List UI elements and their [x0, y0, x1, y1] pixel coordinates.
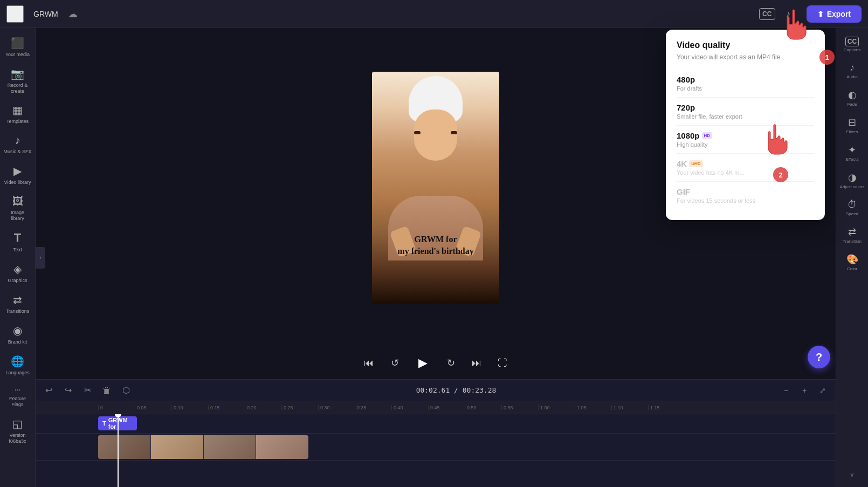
- skip-to-start-button[interactable]: ⏮: [360, 354, 377, 372]
- sidebar-item-speed[interactable]: ⏱ Speed: [836, 195, 868, 221]
- filters-icon: ⊟: [848, 116, 856, 128]
- effects-icon: ✦: [848, 144, 856, 156]
- forward-button[interactable]: ↻: [442, 354, 459, 372]
- filters-label: Filters: [846, 129, 858, 134]
- video-text-overlay: GRWM for my friend's birthday: [372, 234, 499, 258]
- sidebar-item-label: Record &create: [8, 83, 28, 94]
- cut-button[interactable]: ✂: [80, 383, 95, 398]
- sidebar-item-graphics[interactable]: ◈ Graphics: [2, 258, 34, 288]
- delete-button[interactable]: 🗑: [99, 383, 114, 398]
- project-title: GRWM: [33, 10, 58, 18]
- ruler-mark: 1:15: [648, 405, 685, 410]
- eye-left-decoration: [414, 131, 421, 134]
- play-button[interactable]: ▶: [412, 352, 433, 374]
- sidebar-item-image-library[interactable]: 🖼 Image library: [2, 191, 34, 226]
- sidebar-item-transitions[interactable]: ⇄ Transitions: [2, 289, 34, 319]
- timeline-tracks: T GRWM for: [36, 414, 836, 487]
- timeline-zoom: − + ⤢: [779, 383, 830, 398]
- graphics-icon: ◈: [13, 263, 22, 276]
- ruler-mark: 1:10: [611, 405, 648, 410]
- adjust-colors-label: Adjust colors: [840, 184, 865, 189]
- languages-icon: 🌐: [11, 355, 24, 368]
- export-button[interactable]: ⬆ Export: [807, 5, 862, 23]
- sidebar-item-fade[interactable]: ◐ Fade: [836, 85, 868, 111]
- quality-option-720p[interactable]: 720p Smaller file, faster export: [677, 98, 814, 126]
- sidebar-item-version[interactable]: ◱ Version f06ba3c: [2, 413, 34, 449]
- image-library-icon: 🖼: [12, 195, 23, 208]
- right-sidebar-collapse[interactable]: ∨: [850, 467, 855, 483]
- video-background: GRWM for my friend's birthday: [372, 72, 499, 304]
- topbar-right-icons: CC ♪: [759, 5, 797, 23]
- quality-popup-subtitle: Your video will export as an MP4 file: [677, 53, 814, 61]
- video-clip[interactable]: [98, 435, 308, 459]
- sidebar-item-music-sfx[interactable]: ♪ Music & SFX: [2, 130, 34, 159]
- color-icon: 🎨: [846, 253, 858, 265]
- sidebar-item-feature-flags[interactable]: ··· Feature Flags: [2, 381, 34, 412]
- sidebar-item-color[interactable]: 🎨 Color: [836, 249, 868, 276]
- video-library-icon: ▶: [13, 164, 22, 177]
- zoom-out-button[interactable]: −: [779, 383, 794, 398]
- video-preview: GRWM for my friend's birthday: [372, 72, 499, 304]
- ruler-mark: 0:45: [428, 405, 465, 410]
- sidebar-item-text[interactable]: T Text: [2, 227, 34, 257]
- timeline-time: 00:02.61 / 00:23.28: [138, 386, 774, 394]
- right-sidebar: CC Captions ♪ Audio ◐ Fade ⊟ Filters ✦ E…: [836, 28, 868, 487]
- quality-option-4k[interactable]: 4K UHD Your video has no 4K m...: [677, 154, 814, 182]
- quality-option-name: 1080p HD: [677, 131, 814, 140]
- menu-button[interactable]: [6, 5, 24, 23]
- transition-icon: ⇄: [848, 226, 856, 238]
- sidebar-item-languages[interactable]: 🌐 Languages: [2, 351, 34, 380]
- audio-label: Audio: [846, 74, 857, 79]
- quality-option-name: 720p: [677, 103, 814, 112]
- redo-button[interactable]: ↪: [60, 383, 75, 398]
- sidebar-item-audio[interactable]: ♪ Audio: [836, 58, 868, 84]
- playhead[interactable]: [118, 414, 119, 487]
- sidebar-item-captions[interactable]: CC Captions: [836, 32, 868, 57]
- speed-label: Speed: [846, 211, 858, 216]
- sidebar-item-record-create[interactable]: 📷 Record &create: [2, 63, 34, 99]
- quality-option-gif[interactable]: GIF For videos 15 seconds or less: [677, 182, 814, 209]
- sidebar-item-your-media[interactable]: ⬛ Your media: [2, 32, 34, 62]
- sidebar-item-brand-kit[interactable]: ◉ Brand kit: [2, 320, 34, 349]
- left-sidebar: ⬛ Your media 📷 Record &create ▦ Template…: [0, 28, 36, 487]
- overlay-line1: GRWM for: [415, 235, 457, 244]
- video-track-content: [98, 434, 836, 461]
- fade-icon: ◐: [848, 89, 857, 101]
- text-icon: T: [14, 231, 21, 245]
- version-icon: ◱: [12, 417, 23, 430]
- rewind-button[interactable]: ↺: [386, 354, 403, 372]
- speed-icon: ⏱: [848, 199, 857, 210]
- undo-button[interactable]: ↩: [41, 383, 56, 398]
- sidebar-item-effects[interactable]: ✦ Effects: [836, 140, 868, 166]
- sidebar-item-adjust-colors[interactable]: ◑ Adjust colors: [836, 167, 868, 194]
- zoom-in-button[interactable]: +: [797, 383, 812, 398]
- quality-option-name: 480p: [677, 75, 814, 84]
- quality-option-1080p[interactable]: 1080p HD High quality: [677, 126, 814, 154]
- ruler-mark: 0: [98, 405, 135, 410]
- fullscreen-button[interactable]: ⛶: [494, 354, 511, 372]
- help-button[interactable]: ?: [808, 346, 830, 368]
- ruler-mark: 0:40: [391, 405, 428, 410]
- sidebar-expand-button[interactable]: ›: [36, 247, 45, 269]
- captions-button[interactable]: CC: [759, 8, 775, 20]
- detach-button[interactable]: ⬡: [119, 383, 134, 398]
- record-icon: 📷: [11, 67, 24, 80]
- uhd-badge: UHD: [689, 160, 702, 167]
- fit-timeline-button[interactable]: ⤢: [815, 383, 830, 398]
- sidebar-item-label: Templates: [6, 119, 29, 125]
- sidebar-item-transition[interactable]: ⇄ Transition: [836, 222, 868, 248]
- captions-icon: CC: [845, 37, 859, 46]
- sidebar-item-templates[interactable]: ▦ Templates: [2, 99, 34, 129]
- current-time: 00:02.61: [416, 386, 450, 394]
- transition-label: Transition: [843, 239, 862, 244]
- quality-popup: Video quality Your video will export as …: [666, 30, 825, 220]
- audio-topbar-button[interactable]: ♪: [780, 5, 797, 23]
- ruler-mark: 1:00: [538, 405, 575, 410]
- quality-option-480p[interactable]: 480p For drafts: [677, 70, 814, 98]
- sidebar-item-filters[interactable]: ⊟ Filters: [836, 112, 868, 139]
- topbar: GRWM ☁ CC ♪ ⬆ Export: [0, 0, 868, 28]
- overlay-line2: my friend's birthday: [397, 246, 473, 256]
- skip-to-end-button[interactable]: ⏭: [468, 354, 485, 372]
- sidebar-item-video-library[interactable]: ▶ Video library: [2, 160, 34, 190]
- time-separator: /: [454, 386, 463, 394]
